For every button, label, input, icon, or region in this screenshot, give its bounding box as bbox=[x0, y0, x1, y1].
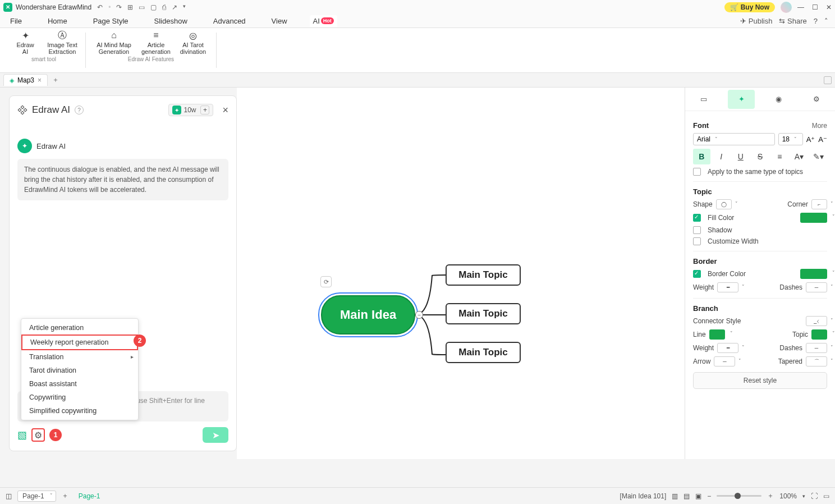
help-icon[interactable]: ? bbox=[814, 17, 818, 25]
font-increase-icon[interactable]: A⁺ bbox=[806, 135, 815, 144]
buy-now-button[interactable]: 🛒 Buy Now bbox=[724, 2, 775, 12]
page-tab-1[interactable]: Page-1 bbox=[74, 490, 105, 502]
ai-close-icon[interactable]: × bbox=[222, 104, 228, 116]
shape-select[interactable]: ◯ bbox=[716, 199, 732, 209]
menu-page-style[interactable]: Page Style bbox=[90, 15, 132, 27]
share-button[interactable]: ⇆ Share bbox=[779, 17, 806, 25]
qat-more-icon[interactable]: ▾ bbox=[183, 3, 186, 11]
props-tab-settings[interactable]: ⚙ bbox=[803, 90, 830, 109]
tile-view-icon[interactable] bbox=[824, 76, 832, 84]
props-tab-layout[interactable]: ▭ bbox=[690, 90, 717, 109]
fill-color-checkbox[interactable] bbox=[693, 214, 701, 222]
collapse-ribbon-icon[interactable]: ˄ bbox=[824, 17, 828, 25]
shadow-checkbox[interactable] bbox=[693, 226, 701, 234]
apply-same-checkbox[interactable] bbox=[693, 168, 701, 176]
ai-generate-button[interactable]: ⚙ bbox=[31, 428, 45, 442]
ribbon-article-gen[interactable]: ≡ Articlegeneration bbox=[140, 30, 172, 55]
menu-advanced[interactable]: Advanced bbox=[210, 15, 249, 27]
highlight-button[interactable]: ✎▾ bbox=[810, 149, 827, 164]
node-topic-1[interactable]: Main Topic bbox=[446, 264, 521, 286]
font-decrease-icon[interactable]: A⁻ bbox=[818, 135, 827, 144]
popup-copywriting[interactable]: Copywriting bbox=[21, 391, 138, 404]
page-dropdown[interactable]: Page-1 bbox=[17, 491, 56, 502]
menu-home[interactable]: Home bbox=[44, 15, 71, 27]
branch-arrow-select[interactable]: ─ bbox=[714, 356, 735, 366]
popup-article-generation[interactable]: Article generation bbox=[21, 321, 138, 335]
branch-tapered-select[interactable]: ⌒ bbox=[806, 356, 827, 366]
branch-dashes-select[interactable]: ─ bbox=[806, 343, 827, 353]
popup-translation[interactable]: Translation▸ bbox=[21, 350, 138, 364]
branch-weight-select[interactable]: ━ bbox=[717, 343, 738, 353]
font-size-select[interactable]: 18 bbox=[778, 133, 803, 145]
new-icon[interactable]: ⊞ bbox=[127, 3, 133, 11]
underline-button[interactable]: U bbox=[732, 149, 749, 164]
ribbon-edraw-ai[interactable]: ✦ EdrawAI bbox=[9, 30, 42, 55]
branch-line-color[interactable] bbox=[709, 329, 725, 340]
doc-tab-map3[interactable]: ◈ Map3 × bbox=[3, 74, 48, 86]
view-grid-icon[interactable]: ▥ bbox=[672, 492, 678, 500]
add-tab-icon[interactable]: ＋ bbox=[52, 75, 59, 85]
canvas[interactable]: Main Idea – ⟳ Main Topic Main Topic Main… bbox=[237, 88, 685, 459]
customize-width-checkbox[interactable] bbox=[693, 237, 701, 245]
zoom-slider[interactable] bbox=[717, 495, 761, 497]
branch-topic-color[interactable] bbox=[811, 329, 827, 340]
maximize-icon[interactable]: ☐ bbox=[812, 3, 818, 11]
menu-view[interactable]: View bbox=[268, 15, 291, 27]
corner-select[interactable]: ⌐ bbox=[811, 199, 827, 209]
ribbon-image-text[interactable]: Ⓐ Image TextExtraction bbox=[46, 30, 79, 55]
add-page-icon[interactable]: ＋ bbox=[62, 491, 68, 501]
menu-file[interactable]: File bbox=[7, 15, 25, 27]
close-tab-icon[interactable]: × bbox=[38, 76, 42, 84]
connector-style-select[interactable]: ⎯⟨ bbox=[806, 316, 827, 326]
outline-icon[interactable]: ◫ bbox=[6, 492, 12, 500]
popup-weekly-report[interactable]: Weekly report generation bbox=[21, 335, 138, 350]
menu-ai[interactable]: AI Hot bbox=[310, 15, 337, 27]
attach-image-icon[interactable]: ▧ bbox=[17, 429, 27, 441]
print-icon[interactable]: ⎙ bbox=[162, 3, 166, 11]
node-topic-3[interactable]: Main Topic bbox=[446, 342, 521, 363]
add-token-icon[interactable]: + bbox=[200, 106, 209, 114]
font-family-select[interactable]: Arial bbox=[693, 133, 775, 145]
ai-help-icon[interactable]: ? bbox=[75, 106, 84, 114]
popup-tarot[interactable]: Tarot divination bbox=[21, 364, 138, 377]
fit-content-icon[interactable]: ▭ bbox=[823, 492, 829, 500]
ribbon-mindmap-gen[interactable]: ⌂ AI Mind MapGeneration bbox=[93, 30, 135, 55]
save-icon[interactable]: ▢ bbox=[150, 3, 157, 11]
user-avatar[interactable] bbox=[781, 2, 792, 13]
fullscreen-icon[interactable]: ⛶ bbox=[811, 492, 818, 500]
node-topic-2[interactable]: Main Topic bbox=[446, 303, 521, 324]
strike-button[interactable]: S bbox=[751, 149, 769, 164]
view-page-icon[interactable]: ▤ bbox=[683, 492, 690, 500]
italic-button[interactable]: I bbox=[713, 149, 730, 164]
redo-icon[interactable]: ↷ bbox=[116, 3, 122, 11]
ai-token-counter[interactable]: ✦10w + bbox=[168, 104, 213, 116]
view-fit-icon[interactable]: ▣ bbox=[695, 492, 701, 500]
menu-slideshow[interactable]: Slideshow bbox=[151, 15, 191, 27]
node-main-idea[interactable]: Main Idea bbox=[321, 295, 415, 335]
fill-color-swatch[interactable] bbox=[800, 213, 827, 223]
border-color-swatch[interactable] bbox=[800, 269, 827, 279]
minimize-icon[interactable]: — bbox=[797, 3, 804, 11]
font-color-button[interactable]: A▾ bbox=[791, 149, 808, 164]
zoom-out-icon[interactable]: − bbox=[707, 492, 711, 500]
publish-button[interactable]: ✈ Publish bbox=[740, 17, 772, 25]
ribbon-tarot[interactable]: ◎ AI Tarotdivination bbox=[177, 30, 209, 55]
zoom-in-icon[interactable]: ＋ bbox=[767, 491, 774, 501]
align-button[interactable]: ≡ bbox=[771, 149, 788, 164]
bold-button[interactable]: B bbox=[693, 149, 710, 164]
props-tab-theme[interactable]: ◉ bbox=[765, 90, 792, 109]
border-dashes-select[interactable]: ─ bbox=[806, 282, 827, 292]
node-handle-icon[interactable]: ⟳ bbox=[320, 276, 332, 287]
font-more-link[interactable]: More bbox=[812, 122, 827, 130]
reset-style-button[interactable]: Reset style bbox=[693, 372, 827, 389]
popup-simplified-copy[interactable]: Simplified copywriting bbox=[21, 404, 138, 418]
border-weight-select[interactable]: ━ bbox=[717, 282, 738, 292]
undo-icon[interactable]: ↶ bbox=[97, 3, 103, 11]
border-color-checkbox[interactable] bbox=[693, 270, 701, 278]
open-icon[interactable]: ▭ bbox=[139, 3, 145, 11]
collapse-handle-icon[interactable]: – bbox=[415, 311, 423, 319]
popup-boast[interactable]: Boast assistant bbox=[21, 377, 138, 391]
props-tab-style[interactable]: ✦ bbox=[728, 90, 755, 109]
export-icon[interactable]: ↗ bbox=[172, 3, 177, 11]
close-window-icon[interactable]: ✕ bbox=[826, 3, 832, 11]
